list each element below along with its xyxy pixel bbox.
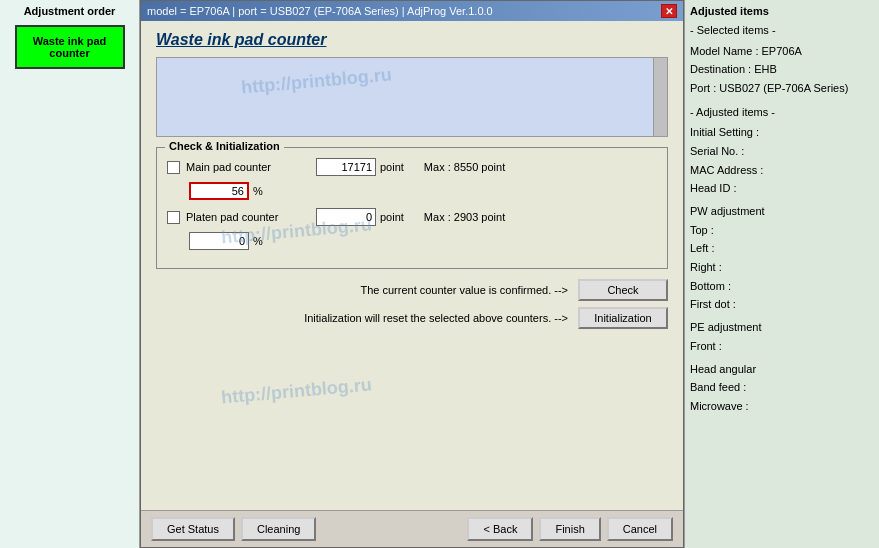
microwave: Microwave :: [690, 397, 874, 416]
text-display-area: [156, 57, 668, 137]
right: Right :: [690, 258, 874, 277]
platen-pad-point-input[interactable]: [316, 208, 376, 226]
dialog-content: http://printblog.ru http://printblog.ru …: [141, 21, 683, 510]
right-panel-title: Adjusted items: [690, 5, 874, 17]
left-panel: Adjustment order Waste ink padcounter: [0, 0, 140, 548]
waste-pad-button[interactable]: Waste ink padcounter: [15, 25, 125, 69]
selected-items-header: - Selected items -: [690, 22, 874, 40]
first-dot: First dot :: [690, 295, 874, 314]
platen-pad-pct-row: %: [167, 232, 657, 250]
right-panel-content: - Selected items - Model Name : EP706A D…: [690, 22, 874, 543]
check-init-group: Check & Initialization Main pad counter …: [156, 147, 668, 269]
main-pad-max: Max : 8550 point: [424, 161, 505, 173]
check-text: The current counter value is confirmed. …: [166, 284, 578, 296]
titlebar-text: model = EP706A | port = USB027 (EP-706A …: [147, 5, 493, 17]
pw-adjustment: PW adjustment: [690, 202, 874, 221]
init-text: Initialization will reset the selected a…: [166, 312, 578, 324]
band-feed: Band feed :: [690, 378, 874, 397]
bottom-bar: Get Status Cleaning < Back Finish Cancel: [141, 510, 683, 547]
main-pad-pct-row: %: [167, 182, 657, 200]
dialog-header: Waste ink pad counter: [156, 31, 668, 49]
head-angular: Head angular: [690, 360, 874, 379]
front: Front :: [690, 337, 874, 356]
destination: Destination : EHB: [690, 60, 874, 79]
mac-address: MAC Address :: [690, 161, 874, 180]
group-legend: Check & Initialization: [165, 140, 284, 152]
pe-adjustment: PE adjustment: [690, 318, 874, 337]
check-action-row: The current counter value is confirmed. …: [156, 279, 668, 301]
close-button[interactable]: ✕: [661, 4, 677, 18]
cleaning-button[interactable]: Cleaning: [241, 517, 316, 541]
left-panel-title: Adjustment order: [24, 5, 116, 17]
model-name: Model Name : EP706A: [690, 42, 874, 61]
finish-button[interactable]: Finish: [539, 517, 600, 541]
back-button[interactable]: < Back: [467, 517, 533, 541]
bottom: Bottom :: [690, 277, 874, 296]
platen-pad-pct-unit: %: [253, 235, 263, 247]
watermark-3: http://printblog.ru: [220, 374, 372, 408]
adjusted-items-header: - Adjusted items -: [690, 104, 874, 122]
platen-pad-checkbox[interactable]: [167, 211, 180, 224]
platen-pad-row: Platen pad counter point Max : 2903 poin…: [167, 208, 657, 226]
cancel-button[interactable]: Cancel: [607, 517, 673, 541]
left: Left :: [690, 239, 874, 258]
main-dialog: model = EP706A | port = USB027 (EP-706A …: [140, 0, 684, 548]
scrollbar[interactable]: [653, 58, 667, 136]
main-pad-pct-input[interactable]: [189, 182, 249, 200]
main-pad-checkbox[interactable]: [167, 161, 180, 174]
initialization-button[interactable]: Initialization: [578, 307, 668, 329]
check-button[interactable]: Check: [578, 279, 668, 301]
main-pad-point-unit: point: [380, 161, 404, 173]
main-pad-point-input[interactable]: [316, 158, 376, 176]
initial-setting: Initial Setting :: [690, 123, 874, 142]
top: Top :: [690, 221, 874, 240]
main-pad-row: Main pad counter point Max : 8550 point: [167, 158, 657, 176]
dialog-titlebar: model = EP706A | port = USB027 (EP-706A …: [141, 1, 683, 21]
right-panel: Adjusted items - Selected items - Model …: [684, 0, 879, 548]
head-id: Head ID :: [690, 179, 874, 198]
get-status-button[interactable]: Get Status: [151, 517, 235, 541]
platen-pad-point-unit: point: [380, 211, 404, 223]
platen-pad-pct-input[interactable]: [189, 232, 249, 250]
platen-pad-max: Max : 2903 point: [424, 211, 505, 223]
platen-pad-label: Platen pad counter: [186, 211, 316, 223]
main-pad-pct-unit: %: [253, 185, 263, 197]
main-pad-label: Main pad counter: [186, 161, 316, 173]
serial-no: Serial No. :: [690, 142, 874, 161]
init-action-row: Initialization will reset the selected a…: [156, 307, 668, 329]
port: Port : USB027 (EP-706A Series): [690, 79, 874, 98]
